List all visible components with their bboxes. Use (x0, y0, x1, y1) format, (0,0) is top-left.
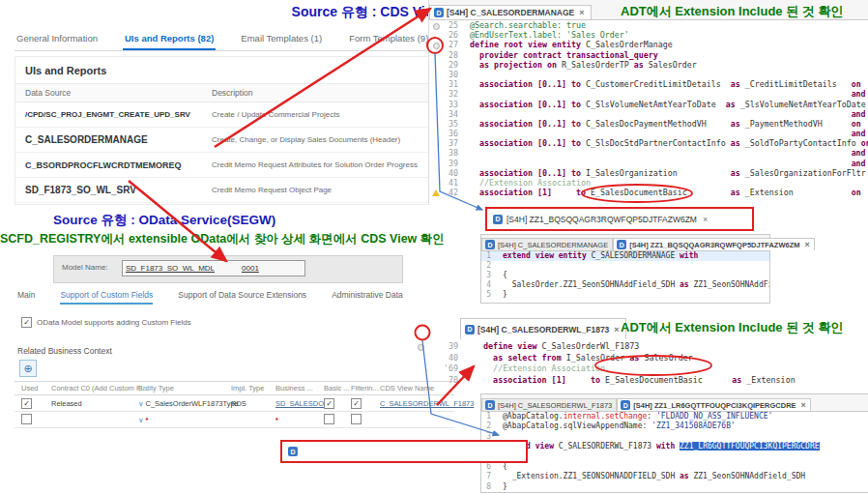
data-source-name: /CPD/SC_PROJ_ENGMT_CREATE_UPD_SRV (15, 110, 212, 119)
add-row-button[interactable]: ⊕ (19, 360, 37, 377)
code-text: association [0..1] to C_SlsDocStdPartner… (464, 138, 868, 148)
tab-general-information[interactable]: General Information (14, 29, 100, 50)
code-line[interactable]: 6{ (481, 462, 868, 472)
checkbox-checked[interactable]: ✓ (21, 317, 32, 328)
close-tab-icon[interactable]: × (614, 325, 619, 334)
code-line[interactable]: 41 //Extension Association (429, 178, 868, 188)
code-line[interactable]: 25@Search.searchable: true (429, 20, 868, 30)
annotation-adt-extension-note-bottom: ADT에서 Extension Include 된 것 확인 (621, 319, 868, 336)
line-number: '69 (414, 363, 464, 375)
code-line[interactable]: 40 association [0..1] to I_SalesOrganiza… (429, 168, 868, 178)
table-row[interactable]: ∨* * (14, 412, 454, 428)
close-tab-icon[interactable]: × (801, 400, 806, 410)
code-line[interactable]: 29 as projection on R_SalesOrderTP as Sa… (429, 60, 868, 70)
code-text: SalesOrder.ZZ1_SeonSOHNAddField_SDH as Z… (497, 280, 769, 290)
line-number: 36 (429, 129, 464, 138)
line-number: 40 (429, 168, 464, 178)
tab-form-templates[interactable]: Form Templates (9) (347, 29, 428, 50)
line-number: 39 (429, 159, 464, 168)
code-line[interactable]: 3{ (481, 271, 769, 280)
checkbox-used-checked[interactable]: ✓ (21, 398, 32, 409)
tab-c-salesorderwl-f1873[interactable]: D [S4H] C_SALESORDERWL_F1873 × (460, 318, 626, 339)
code-line[interactable]: 39 and (429, 159, 868, 168)
dropdown-icon[interactable]: ∨ (138, 399, 144, 408)
code-line[interactable]: 27define root view entity C_SalesOrderMa… (429, 40, 868, 49)
code-line[interactable]: 37 association [0..1] to C_SlsDocStdPart… (429, 138, 868, 148)
table-row[interactable]: /CPD/SC_PROJ_ENGMT_CREATE_UPD_SRV Create… (15, 102, 429, 128)
tab-c-salesorderwl-f1873[interactable]: D [S4H] C_SALESORDERWL_F1873 (481, 398, 617, 411)
code-line[interactable]: 42 association [1] to E_SalesDocumentBas… (429, 188, 868, 197)
segw-tab-bar: Main Support of Custom Fields Support of… (17, 290, 403, 305)
section-title-uis-and-reports: UIs and Reports (15, 57, 429, 84)
dropdown-icon[interactable]: ∨ (138, 416, 144, 424)
tab-support-custom-fields[interactable]: Support of Custom Fields (60, 290, 153, 305)
code-text: as projection on R_SalesOrderTP as Sales… (464, 60, 697, 70)
cds-view-icon: D (288, 447, 298, 456)
checkbox-filtering-unchecked[interactable] (351, 414, 362, 424)
tab-zz1-extension[interactable]: D [S4H] ZZ1_LR6GQTTFOUQPCI3KQIPERGCDRE × (617, 398, 811, 411)
callout-extension-ddl-top: D [S4H] ZZ1_BQSQQAGR3RQWFQP5DJTFAZW6ZM × (485, 207, 754, 231)
code-line[interactable]: 36 and (429, 129, 868, 138)
tab-c-salesordermanage[interactable]: D [S4H] C_SALESORDERMANAGE (481, 238, 613, 250)
table-row[interactable]: ✓ Released ∨C_SalesOrderWLF1873Type RDS … (14, 395, 454, 412)
code-line[interactable]: 26@EndUserText.label: 'Sales Order' (429, 30, 868, 40)
tab-administrative-data[interactable]: Administrative Data (332, 290, 403, 305)
code-line[interactable]: 34 and (429, 109, 868, 119)
model-name-value: SD_F1873_SO_WL_MDL (126, 264, 215, 273)
code-line[interactable]: 39define view C_SalesOrderWl_F1873 (414, 341, 868, 353)
checkbox-used-unchecked[interactable] (21, 414, 32, 424)
tab-email-templates[interactable]: Email Templates (1) (239, 29, 324, 50)
code-line[interactable]: 8} (481, 482, 868, 492)
code-line[interactable]: '69 //Extension Association (414, 363, 868, 375)
code-line[interactable]: 32 and (429, 89, 868, 99)
tab-uis-and-reports[interactable]: UIs and Reports (82) (123, 29, 216, 50)
tab-c-salesordermanage[interactable]: D [S4H] C_SALESORDERMANAGE × (429, 5, 592, 19)
code-line[interactable]: 4extend view C_SALESORDERWL_F1873 with Z… (481, 442, 868, 451)
cds-view-icon: D (617, 240, 626, 249)
code-line[interactable]: 30 (429, 70, 868, 79)
code-text: association [1] to E_SalesDocumentBasic … (464, 188, 861, 197)
code-line[interactable]: 4 SalesOrder.ZZ1_SeonSOHNAddField_SDH as… (481, 280, 769, 290)
tab-main[interactable]: Main (17, 290, 35, 305)
code-line[interactable]: 33 association [0..1] to C_SlsVolumeNetA… (429, 100, 868, 109)
code-line[interactable]: 35 association [0..1] to C_SalesDocPayme… (429, 119, 868, 129)
cds-view-icon: D (485, 240, 495, 249)
warning-icon (432, 189, 440, 196)
checkbox-basic-checked[interactable]: ✓ (324, 398, 334, 409)
required-marker: * (275, 416, 324, 424)
table-row[interactable]: SD_F1873_SO_WL_SRV Credit Memo Request O… (15, 178, 429, 203)
annotation-source-type-odata: Source 유형 : OData Service(SEGW) (53, 212, 372, 229)
checkbox-filtering-checked[interactable]: ✓ (351, 398, 362, 409)
code-line[interactable]: 40 as select from I_SalesOrder as SalesO… (414, 353, 868, 364)
code-line[interactable]: 5} (481, 290, 769, 300)
code-line[interactable]: 70 association [1] to E_SalesDocumentBas… (414, 375, 868, 387)
checkbox-basic-unchecked[interactable] (324, 414, 334, 424)
code-line[interactable]: 5 (481, 452, 868, 462)
model-name-input[interactable]: SD_F1873_SO_WL_MDL 0001 (122, 260, 305, 276)
table-row[interactable]: C_BSORDPROCFLWCRDTMEMOREQ Credit Memo Re… (15, 153, 429, 178)
code-line[interactable]: 2 (481, 261, 769, 271)
code-line[interactable]: 7 _Extension.ZZ1_SEONSOHNADDFIELD_SDH as… (481, 472, 868, 481)
cds-view-name-link[interactable]: C_SALESORDERWL_F1873 (380, 399, 454, 408)
business-context-link[interactable]: SD_SALESDOC (275, 399, 324, 408)
code-line[interactable]: 1extend view entity C_SALESORDERMANAGE w… (481, 251, 769, 261)
code-line[interactable]: 38 and (429, 148, 868, 158)
adt-editor-extension-top: D [S4H] C_SALESORDERMANAGE D [S4H] ZZ1_B… (480, 234, 770, 304)
close-tab-icon[interactable]: × (804, 240, 809, 249)
code-line[interactable]: 1@AbapCatalog.internal.setChange: 'FLDAD… (481, 412, 868, 421)
close-tab-icon[interactable]: × (703, 215, 708, 224)
code-line[interactable]: 2@AbapCatalog.sqlViewAppendName: 'ZZ1_34… (481, 421, 868, 431)
code-line[interactable]: 3 (481, 432, 868, 442)
table-row[interactable]: C_SALESORDERMANAGE Create, Change, or Di… (15, 128, 429, 153)
code-text: { (497, 271, 507, 280)
header-filtering: Filterin... (351, 384, 380, 392)
data-source-name: C_SALESORDERMANAGE (15, 134, 212, 145)
code-line[interactable]: 28 provider contract transactional_query (429, 50, 868, 60)
code-area: 1@AbapCatalog.internal.setChange: 'FLDAD… (481, 412, 868, 492)
tab-support-data-source-extensions[interactable]: Support of Data Source Extensions (178, 290, 306, 305)
code-line[interactable]: 31 association [0..1] to C_CustomerCredi… (429, 79, 868, 89)
header-impl-type: Impl. Type (231, 384, 275, 392)
code-text: provider contract transactional_query (464, 50, 658, 60)
close-tab-icon[interactable]: × (579, 8, 584, 17)
tab-zz1-extension[interactable]: D [S4H] ZZ1_BQSQQAGR3RQWFQP5DJTFAZW6ZM × (613, 238, 815, 250)
